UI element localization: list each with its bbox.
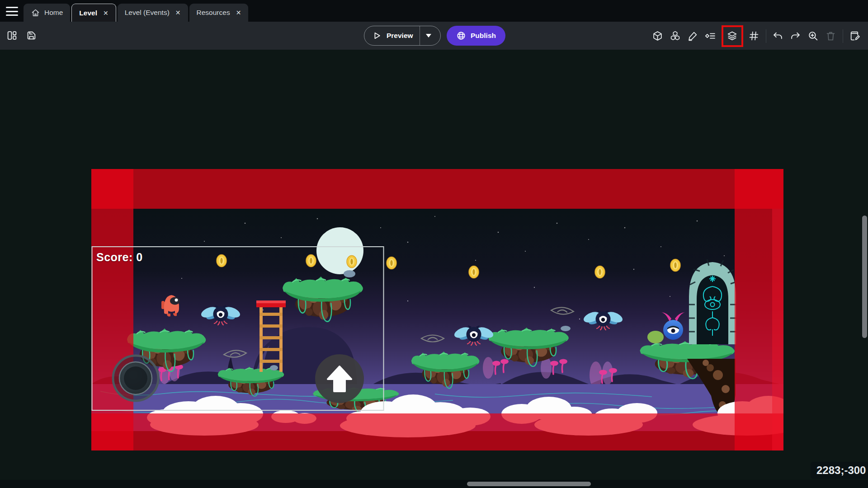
jump-button (315, 354, 364, 403)
globe-icon (456, 31, 466, 41)
moon (316, 227, 363, 274)
cursor-coordinates: 2283;-300 (811, 462, 868, 479)
gdevelop-editor: Home Level ✕ Level (Events) ✕ Resources … (0, 0, 868, 488)
trash-icon (825, 30, 837, 42)
level-scene-art (91, 169, 783, 450)
close-icon[interactable]: ✕ (175, 9, 181, 16)
preview-dropdown-button[interactable] (420, 26, 437, 45)
divider (843, 29, 843, 43)
tab-label: Level (79, 9, 97, 17)
tab-resources[interactable]: Resources ✕ (189, 4, 249, 22)
scene-notes-icon[interactable] (849, 30, 861, 42)
close-icon[interactable]: ✕ (236, 9, 241, 16)
chevron-down-icon (426, 34, 431, 38)
redo-icon[interactable] (790, 30, 802, 42)
save-icon[interactable] (26, 30, 38, 42)
divider (766, 29, 766, 43)
level-scene[interactable]: Score: 0 (91, 169, 783, 450)
horizontal-scrollbar-track (0, 480, 868, 488)
virtual-joystick (113, 356, 158, 401)
preview-main[interactable]: Preview (364, 26, 420, 45)
grid-icon[interactable] (748, 30, 760, 42)
red-highlight-box (722, 25, 743, 47)
layers-icon[interactable] (726, 30, 738, 42)
panels-icon[interactable] (6, 30, 18, 42)
menu-icon[interactable] (6, 7, 18, 16)
edit-pencil-icon[interactable] (687, 30, 699, 42)
scene-editor-canvas[interactable]: Score: 0 2283;-300 (0, 50, 868, 488)
close-icon[interactable]: ✕ (103, 9, 108, 17)
home-icon (31, 8, 40, 18)
properties-list-icon[interactable] (705, 30, 717, 42)
tab-label: Resources (197, 9, 230, 17)
zoom-in-icon[interactable] (807, 30, 819, 42)
toolbar-right-group (652, 29, 861, 43)
tab-level[interactable]: Level ✕ (71, 4, 116, 22)
portal-arch (689, 259, 736, 344)
score-label: Score: 0 (96, 251, 143, 264)
tab-label: Level (Events) (125, 9, 170, 17)
play-icon (373, 31, 382, 40)
toolbar: Preview Publish (0, 22, 868, 50)
vertical-scrollbar[interactable] (862, 216, 867, 338)
publish-button[interactable]: Publish (447, 26, 505, 46)
preview-button[interactable]: Preview (364, 26, 441, 46)
tab-level-events[interactable]: Level (Events) ✕ (118, 4, 188, 22)
horizontal-scrollbar[interactable] (467, 482, 591, 486)
publish-label: Publish (471, 32, 496, 40)
preview-label: Preview (387, 32, 413, 40)
object-groups-icon[interactable] (670, 30, 681, 42)
tab-list: Home Level ✕ Level (Events) ✕ Resources … (24, 4, 248, 22)
objects-3d-icon[interactable] (652, 30, 664, 42)
tab-bar: Home Level ✕ Level (Events) ✕ Resources … (0, 0, 868, 22)
tab-label: Home (44, 9, 63, 17)
undo-icon[interactable] (772, 30, 784, 42)
toolbar-left-group (6, 30, 38, 42)
tab-home[interactable]: Home (24, 4, 70, 22)
